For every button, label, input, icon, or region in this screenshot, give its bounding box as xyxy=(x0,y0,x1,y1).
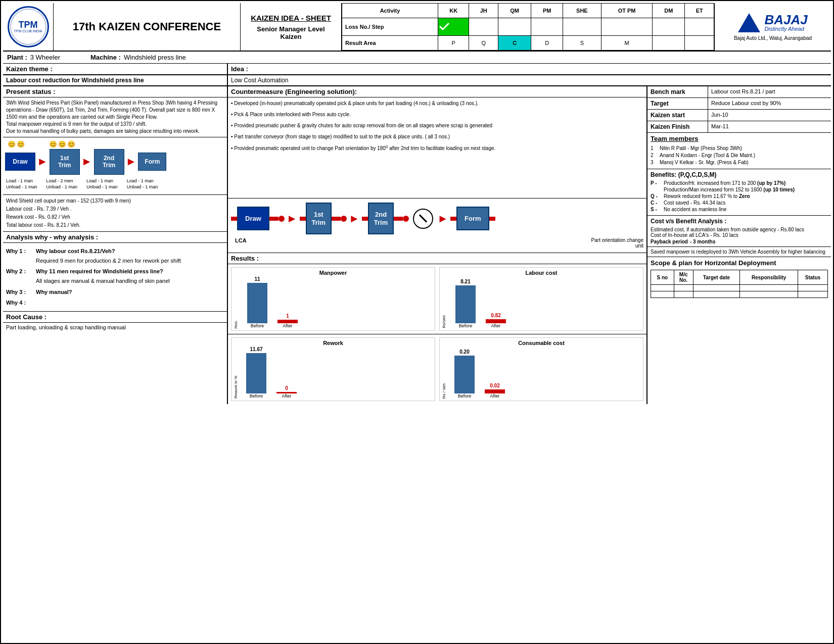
benefit-q-label: Q - xyxy=(651,193,662,199)
labour-after-label: After xyxy=(491,323,500,328)
rework-before-wrap: 11.67 Before xyxy=(246,346,266,399)
manpower-before-wrap: 11 Before xyxy=(247,276,267,328)
result-m: M xyxy=(601,36,653,51)
labour-after-val: 0.82 xyxy=(491,313,500,318)
scope-th-status: Status xyxy=(798,270,828,285)
scope-row2-status xyxy=(798,291,828,298)
after-arrow-1: ► xyxy=(287,212,298,225)
after-2trim-wrap: 2ndTrim xyxy=(362,203,409,234)
why3-row: Why 3 : Why manual? xyxy=(6,287,224,297)
root-cause-title: Root Cause : xyxy=(6,313,47,321)
process-flow-before: 😊 😊 😊 😊 😊 Draw ► 1stTrim ► 2ndTrim xyxy=(3,137,227,195)
benefit-q: Q - Rework reduced form 11.67 % to Zero xyxy=(651,193,828,199)
cm-item-4: • Part transfer conveyor (from stage to … xyxy=(231,133,643,141)
after-draw: Draw xyxy=(237,207,269,230)
root-cause-content-cell: Part loading, unloading & scrap handling… xyxy=(3,323,227,332)
consumable-title: Consumable cost xyxy=(442,340,641,346)
loss-pm xyxy=(531,18,563,36)
saved-section: Saved manpower is redeployed to 3Wh Vehi… xyxy=(647,247,831,257)
charts-row-2: Rework Rework in % 11.67 Before xyxy=(228,334,646,404)
bajaj-name: BAJAJ xyxy=(764,13,807,26)
plant-label: Plant : xyxy=(7,54,27,61)
loss-jh xyxy=(469,18,498,36)
rework-after-val: 0 xyxy=(285,385,288,391)
kaizen-theme-value-cell: Labour cost reduction for Windshield pre… xyxy=(3,75,228,85)
charts-row-1: Manpower Nos. 11 Before xyxy=(228,264,646,334)
benefit-p-label: P - xyxy=(651,180,662,186)
analysis-title: Analysis why - why analysis : xyxy=(6,233,98,241)
why1-label: Why 1 : xyxy=(6,246,34,265)
lca-label: LCA xyxy=(235,237,247,249)
col-dm: DM xyxy=(653,4,685,18)
plant-info: Plant : 3 Wheeler xyxy=(7,54,60,61)
conn-r3 xyxy=(394,216,409,222)
bajaj-slogan: Distinctly Ahead xyxy=(764,26,807,32)
result-p: P xyxy=(438,36,469,51)
result-c: C xyxy=(498,36,531,51)
member-1-name: Nitin R Patil - Mgr (Press Shop 3Wh) xyxy=(660,145,742,151)
consumable-after-wrap: 0.02 After xyxy=(485,383,505,399)
consumable-before-val: 0.20 xyxy=(459,349,469,355)
faces-1trim: 😊 😊 😊 xyxy=(49,140,75,148)
load-draw: Load - 1 manUnload - 1 man xyxy=(5,177,38,191)
payback-label: Payback period xyxy=(651,239,688,244)
face-1: 😊 xyxy=(8,140,16,148)
member-1-num: 1 xyxy=(651,145,657,151)
why3-label: Why 3 : xyxy=(6,287,34,297)
load-form: Load - 1 manUnload - 1 man xyxy=(126,177,159,191)
face-4: 😊 xyxy=(58,140,66,148)
proc-draw: Draw xyxy=(5,153,35,171)
member-2: 2 Anand N Kodarn - Engr (Tool & Die Main… xyxy=(651,153,828,158)
scope-row1-resp xyxy=(740,285,798,291)
benefit-s-label: S - xyxy=(651,207,662,212)
finish-row: Kaizen Finish Mar-11 xyxy=(647,121,831,133)
cm-item-1: • Developed (in-house) pneumatically ope… xyxy=(231,100,643,108)
cm-item-5: • Provided pneumatic operated unit to ch… xyxy=(231,144,643,153)
scope-table: S no M/cNo. Target date Responsibility S… xyxy=(651,270,828,298)
faces-draw: 😊 😊 xyxy=(8,140,25,148)
consumable-after-label: After xyxy=(490,393,499,399)
manpower-y-label: Nos. xyxy=(234,320,238,328)
benefit-p2-text: Production/Man increased form 152 to 160… xyxy=(664,187,795,192)
scope-row1-sno xyxy=(651,285,674,291)
after-1trim-wrap: 1stTrim xyxy=(300,203,347,234)
bench-value: Labour cost Rs.8.21 / part xyxy=(708,86,778,97)
stat-labour: Labour cost - Rs. 7.39 / Veh . xyxy=(6,205,224,213)
after-form: Form xyxy=(456,207,489,230)
analysis-section: Analysis why - why analysis : Why 1 : Wh… xyxy=(3,232,227,312)
conn-l4 xyxy=(450,217,456,221)
benefit-p1: P - Production/Hr. increased from 171 to… xyxy=(651,180,828,186)
manpower-bar-area: 11 Before 1 After xyxy=(242,278,433,328)
col-she: SHE xyxy=(563,4,601,18)
result-et2 xyxy=(685,36,714,51)
stat-rework: Rework cost - Rs. 0.82 / Veh xyxy=(6,213,224,221)
col-jh: JH xyxy=(469,4,498,18)
labour-y-label: Rs/Veh xyxy=(442,315,446,328)
bajaj-logo-cell: BAJAJ Distinctly Ahead Bajaj Auto Ltd., … xyxy=(715,3,831,51)
loss-kk-check xyxy=(438,18,469,36)
results-header: Results : xyxy=(228,253,646,264)
benchmark-row: Bench mark Labour cost Rs.8.21 / part xyxy=(647,86,831,98)
cm-item-2: • Pick & Place units interlocked with Pr… xyxy=(231,111,643,119)
face-3: 😊 xyxy=(49,140,57,148)
benefit-c: C - Cost saved - Rs. 44.34 lacs xyxy=(651,200,828,206)
col-qm: QM xyxy=(498,4,531,18)
conn-bar3 xyxy=(394,217,403,221)
benefit-s-text: No accident as manless line xyxy=(664,207,727,212)
kaizen-theme-left: Kaizen theme : xyxy=(3,64,228,74)
scope-th-sno: S no xyxy=(651,270,674,285)
loss-she xyxy=(563,18,601,36)
scope-row2-mc xyxy=(674,291,693,298)
main-body: Present status : 3Wh Wind Shield Press P… xyxy=(3,86,831,404)
scope-th-mc: M/cNo. xyxy=(674,270,693,285)
payback-row: Payback period - 3 months xyxy=(651,239,828,244)
stat-output: Wind Shield cell ouput per man - 152 (13… xyxy=(6,197,224,205)
labour-bars: 8.21 Before 0.82 After xyxy=(450,278,641,328)
labour-title: Labour cost xyxy=(442,270,641,276)
idea-label: Idea : xyxy=(231,65,248,73)
cm-item-3: • Provided pneumatic pusher & gravity ch… xyxy=(231,122,643,130)
benefit-c-text: Cost saved - Rs. 44.34 lacs xyxy=(664,200,725,206)
rework-y-label: Rework in % xyxy=(234,376,238,399)
why2-bold: Why 11 men required for Windshield press… xyxy=(36,267,170,276)
conn-right-draw xyxy=(269,216,285,222)
